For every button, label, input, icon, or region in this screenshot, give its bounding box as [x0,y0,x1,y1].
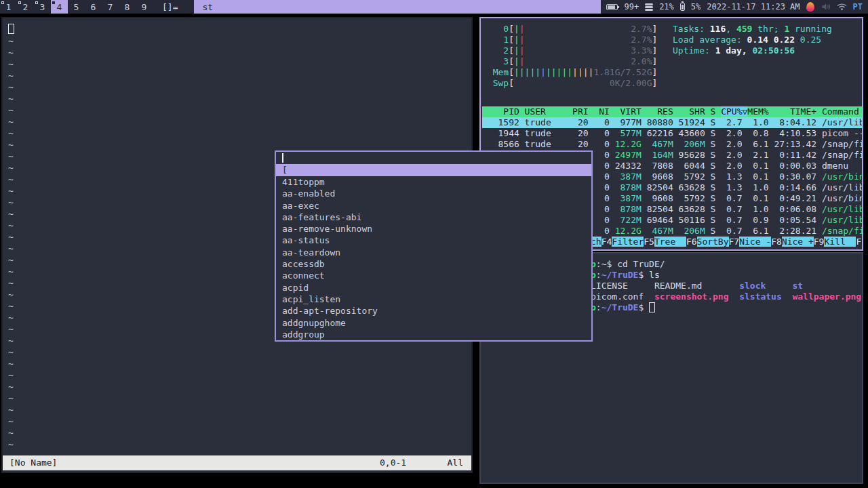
keyboard-layout-badge[interactable]: PT [853,2,863,12]
vim-scroll-position: All [448,455,463,470]
memory-percent: 5% [691,2,701,12]
vim-buffer: ~~~~~~~~~~~~~~~~~~~~~~~~~~~~~~~~~~~~~ [8,24,14,462]
workspace-tag-9[interactable]: 9 [136,0,153,14]
layout-indicator[interactable]: []= [155,0,184,14]
status-bar: 123456789 []= st 99+ 21% 5% 2022-11-17 1… [0,0,868,14]
focused-window-title: st [194,0,601,14]
tag-occupied-indicator [52,1,55,4]
launcher-item[interactable]: 411toppm [282,176,591,188]
launcher-item[interactable]: addgroup [282,329,591,340]
launcher-item[interactable]: addgnupghome [282,317,591,329]
workspace-tag-8[interactable]: 8 [119,0,136,14]
launcher-selected-item[interactable]: [ [276,164,591,176]
workspace-tag-7[interactable]: 7 [102,0,119,14]
tag-label: 6 [91,2,96,12]
launcher-item[interactable]: acpi_listen [282,293,591,305]
terminal-output: p:~$ cd TruDE/p:~/TruDE$ lsLICENSE READM… [591,259,861,313]
vim-statusline: [No Name] 0,0-1 All [3,455,471,470]
vim-cursor-position: 0,0-1 [380,455,406,470]
memory-icon [680,3,685,11]
app-launcher-popup[interactable]: [ 411toppmaa-enabledaa-execaa-features-a… [275,150,593,342]
launcher-item[interactable]: add-apt-repository [282,305,591,317]
tag-occupied-indicator [35,1,38,4]
tag-label: 1 [6,2,12,12]
launcher-search-input[interactable] [276,152,591,164]
vim-cursor [8,24,14,34]
vim-empty-lines: ~~~~~~~~~~~~~~~~~~~~~~~~~~~~~~~~~~~~~ [8,35,14,462]
tag-label: 5 [74,2,79,12]
tag-label: 2 [23,2,28,12]
storage-percent: 21% [659,2,674,12]
tag-label: 4 [57,2,62,12]
tag-label: 8 [125,2,130,12]
launcher-item[interactable]: acpid [282,282,591,293]
battery-icon [606,4,618,10]
flame-icon [806,2,814,12]
launcher-item[interactable]: aa-enabled [282,188,591,199]
battery-percent: 99+ [624,2,639,12]
workspace-tag-3[interactable]: 3 [34,0,51,14]
workspace-tag-6[interactable]: 6 [85,0,102,14]
workspace-tag-1[interactable]: 1 [0,0,17,14]
status-widgets: 99+ 21% 5% 2022-11-17 11:23 AM PT [601,0,868,14]
tag-occupied-indicator [18,1,21,4]
workspace-tag-2[interactable]: 2 [17,0,34,14]
tag-label: 3 [40,2,45,12]
clock: 2022-11-17 11:23 AM [707,2,800,12]
tag-label: 9 [142,2,147,12]
htop-function-key-bar[interactable]: chF4FilterF5Tree F6SortByF7Nice -F8Nice … [591,237,863,247]
launcher-item[interactable]: aa-teardown [282,247,591,258]
tag-label: 7 [108,2,113,12]
wifi-icon [837,3,847,11]
tag-occupied-indicator [1,1,4,4]
launcher-item[interactable]: aa-exec [282,200,591,211]
htop-tasks-load-uptime: Tasks: 116, 459 thr; 1 runningLoad avera… [673,24,832,56]
launcher-item[interactable]: aa-features-abi [282,211,591,223]
launcher-item[interactable]: accessdb [282,258,591,270]
vim-filename: [No Name] [9,455,57,470]
workspace-tag-4[interactable]: 4 [51,0,68,14]
htop-cpu-memory-meters: 0[|| 2.7%] 1[|| 2.7%] 2[|| 3.3%] 3[|| 2.… [482,24,657,89]
launcher-item[interactable]: aa-remove-unknown [282,223,591,235]
volume-icon [821,2,831,12]
text-caret [282,153,283,163]
storage-icon [645,3,653,11]
launcher-item[interactable]: aconnect [282,270,591,281]
workspace-tag-5[interactable]: 5 [68,0,85,14]
launcher-item-list[interactable]: 411toppmaa-enabledaa-execaa-features-abi… [276,176,591,340]
workspace-tags: 123456789 [0,0,153,14]
launcher-item[interactable]: aa-status [282,235,591,246]
